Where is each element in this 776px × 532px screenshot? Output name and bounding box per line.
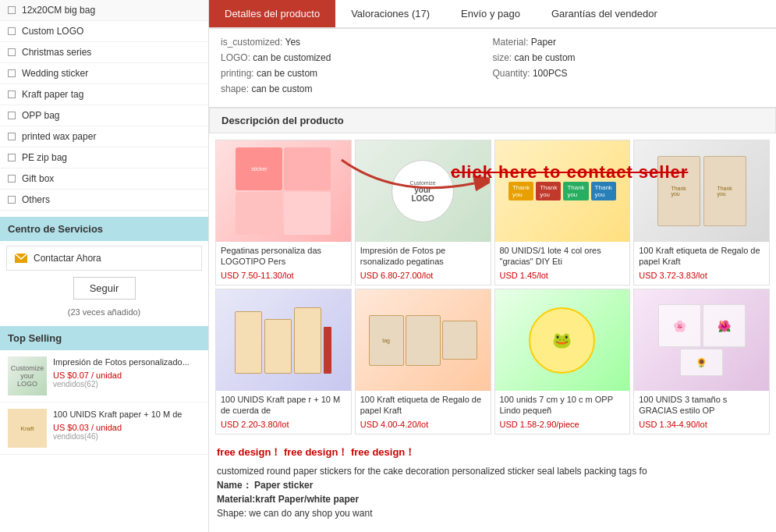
tab-valoraciones[interactable]: Valoraciones (17) — [335, 0, 445, 27]
bullet-icon — [8, 6, 16, 14]
follow-button[interactable]: Seguir — [73, 277, 136, 300]
product-image: 🐸 — [495, 289, 630, 391]
envelope-icon — [15, 254, 27, 263]
contact-now-button[interactable]: Contactar Ahora — [6, 246, 202, 271]
description-header: Descripción del producto — [209, 108, 776, 133]
product-grid: sticker Pegatinas personaliza das LOGOTI… — [209, 140, 776, 441]
product-image — [216, 289, 351, 391]
product-card-info: Impresión de Fotos pe rsonalizado pegati… — [356, 242, 491, 285]
sidebar-item-custom-logo[interactable]: Custom LOGO — [0, 21, 208, 42]
top-selling-thumb: CustomizeyourLOGO — [8, 356, 47, 395]
tab-garantias[interactable]: Garantías del vendedor — [536, 0, 673, 27]
product-image: Thankyou Thankyou — [634, 140, 769, 242]
product-card[interactable]: 100 UNIDS Kraft pape r + 10 M de cuerda … — [215, 289, 352, 434]
product-card-info: 100 Kraft etiqueta de Regalo de papel Kr… — [356, 391, 491, 434]
detail-col: printing: can be custom — [221, 68, 493, 79]
detail-row: printing: can be custom Quantity: 100PCS — [221, 68, 764, 79]
top-selling-item[interactable]: CustomizeyourLOGO Impresión de Fotos per… — [0, 350, 208, 403]
detail-row: shape: can be custom — [221, 83, 764, 94]
sidebar-item-wedding-sticker[interactable]: Wedding sticker — [0, 63, 208, 84]
top-selling-item[interactable]: Kraft 100 UNIDS Kraft paper + 10 M de US… — [0, 403, 208, 455]
top-selling-info: 100 UNIDS Kraft paper + 10 M de US $0.03… — [53, 409, 200, 441]
detail-col: size: can be custom — [493, 52, 765, 63]
detail-col: is_customized: Yes — [221, 37, 493, 48]
tab-envio[interactable]: Envío y pago — [445, 0, 536, 27]
product-card[interactable]: Thankyou Thankyou Thankyou Thankyou 80 U… — [494, 140, 631, 286]
tabs-bar: Detalles del producto Valoraciones (17) … — [209, 0, 776, 29]
bullet-icon — [8, 112, 16, 119]
detail-row: is_customized: Yes Material: Paper — [221, 37, 764, 48]
detail-col: Material: Paper — [493, 37, 765, 48]
bullet-icon — [8, 154, 16, 161]
tab-detalles[interactable]: Detalles del producto — [209, 0, 335, 27]
main-content: Detalles del producto Valoraciones (17) … — [209, 0, 776, 532]
top-selling-thumb: Kraft — [8, 409, 47, 448]
added-count: (23 veces añadido) — [0, 306, 208, 323]
bullet-icon — [8, 27, 16, 35]
bullet-icon — [8, 48, 16, 56]
top-selling-header: Top Selling — [0, 326, 208, 350]
product-card-info: 100 UNIDS 3 tamaño s GRACIAS estilo OP U… — [634, 391, 769, 434]
product-card[interactable]: sticker Pegatinas personaliza das LOGOTI… — [215, 140, 352, 286]
product-image: 🌸 🌺 🌻 — [634, 289, 769, 391]
detail-col: Quantity: 100PCS — [493, 68, 765, 79]
product-details-section: is_customized: Yes Material: Paper LOGO:… — [209, 29, 776, 108]
detail-col: LOGO: can be customized — [221, 52, 493, 63]
detail-row: LOGO: can be customized size: can be cus… — [221, 52, 764, 63]
bullet-icon — [8, 90, 16, 98]
product-card[interactable]: 🌸 🌺 🌻 100 UNIDS 3 tamaño s GRACIAS estil… — [633, 289, 770, 434]
product-card-info: 100 Kraft etiqueta de Regalo de papel Kr… — [634, 242, 769, 285]
bullet-icon — [8, 175, 16, 183]
product-card[interactable]: Customize your LOGO Impresión de Fotos p… — [355, 140, 491, 286]
bullet-icon — [8, 133, 16, 140]
detail-col: shape: can be custom — [221, 83, 764, 94]
service-center-header: Centro de Servicios — [0, 217, 208, 241]
sidebar-item-12x20cm[interactable]: 12x20CM big bag — [0, 0, 208, 21]
sidebar-item-others[interactable]: Others — [0, 190, 208, 211]
product-image: Customize your LOGO — [356, 140, 491, 242]
free-design-text: free design！ free design！ free design！ — [209, 441, 776, 464]
product-card-info: Pegatinas personaliza das LOGOTIPO Pers … — [216, 242, 351, 285]
sidebar-item-kraft-paper-tag[interactable]: Kraft paper tag — [0, 84, 208, 105]
sidebar-item-gift-box[interactable]: Gift box — [0, 168, 208, 190]
sidebar-item-pe-zip-bag[interactable]: PE zip bag — [0, 147, 208, 168]
product-card-info: 100 unids 7 cm y 10 c m OPP Lindo pequeñ… — [495, 391, 630, 434]
top-selling-info: Impresión de Fotos personalizado... US $… — [53, 356, 200, 388]
product-card[interactable]: tag 100 Kraft etiqueta de Regalo de pape… — [355, 289, 491, 434]
product-card-info: 100 UNIDS Kraft pape r + 10 M de cuerda … — [216, 391, 351, 434]
product-image: sticker — [216, 140, 351, 242]
product-card[interactable]: Thankyou Thankyou 100 Kraft etiqueta de … — [633, 140, 770, 286]
sidebar-item-printed-wax-paper[interactable]: printed wax paper — [0, 126, 208, 147]
description-text: customized round paper stickers for the … — [209, 464, 776, 525]
product-image: Thankyou Thankyou Thankyou Thankyou — [495, 140, 630, 242]
product-card-info: 80 UNIDS/1 lote 4 col ores "gracias" DIY… — [495, 242, 630, 285]
bullet-icon — [8, 69, 16, 77]
bullet-icon — [8, 196, 16, 204]
sidebar-item-christmas-series[interactable]: Christmas series — [0, 42, 208, 63]
sidebar-item-opp-bag[interactable]: OPP bag — [0, 105, 208, 126]
product-card[interactable]: 🐸 100 unids 7 cm y 10 c m OPP Lindo pequ… — [494, 289, 631, 434]
product-image: tag — [356, 289, 491, 391]
sidebar: 12x20CM big bag Custom LOGO Christmas se… — [0, 0, 209, 532]
